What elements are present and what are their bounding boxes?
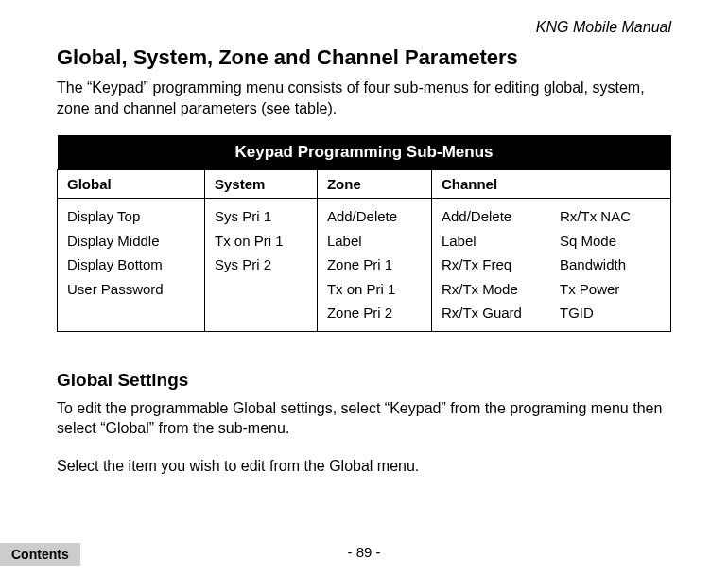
page-number: - 89 -	[0, 544, 728, 560]
manual-title: KNG Mobile Manual	[57, 19, 671, 36]
system-item: Tx on Pri 1	[215, 229, 307, 254]
system-item: Sys Pri 1	[215, 204, 307, 229]
zone-item: Zone Pri 1	[327, 253, 422, 277]
channel-item: Rx/Tx Freq	[442, 253, 543, 277]
channel-item: Label	[442, 229, 543, 254]
col-header-zone: Zone	[317, 170, 431, 199]
section2-paragraph2: Select the item you wish to edit from th…	[57, 456, 671, 477]
section2-paragraph1: To edit the programmable Global settings…	[57, 398, 671, 439]
global-item: Display Middle	[67, 229, 195, 254]
cell-zone: Add/Delete Label Zone Pri 1 Tx on Pri 1 …	[317, 199, 431, 332]
channel-item: TGID	[560, 301, 661, 325]
section-title-global-settings: Global Settings	[57, 370, 671, 391]
zone-item: Label	[327, 229, 422, 254]
channel-item: Sq Mode	[560, 229, 661, 254]
channel-item: Add/Delete	[442, 204, 543, 229]
system-item: Sys Pri 2	[215, 253, 307, 277]
col-header-system: System	[204, 170, 317, 199]
section1-paragraph: The “Keypad” programming menu consists o…	[57, 78, 671, 118]
section-title-parameters: Global, System, Zone and Channel Paramet…	[57, 45, 671, 70]
zone-item: Add/Delete	[327, 204, 422, 229]
cell-channel: Add/Delete Label Rx/Tx Freq Rx/Tx Mode R…	[431, 199, 670, 332]
channel-item: Bandwidth	[560, 253, 661, 277]
channel-item: Rx/Tx Mode	[442, 277, 543, 302]
zone-item: Zone Pri 2	[327, 301, 422, 325]
contents-tab[interactable]: Contents	[0, 543, 80, 566]
cell-system: Sys Pri 1 Tx on Pri 1 Sys Pri 2	[204, 199, 317, 332]
channel-item: Rx/Tx NAC	[560, 204, 661, 229]
global-item: Display Top	[67, 204, 195, 229]
global-item: Display Bottom	[67, 253, 195, 277]
col-header-channel: Channel	[431, 170, 670, 199]
global-item: User Password	[67, 277, 195, 302]
table-title: Keypad Programming Sub-Menus	[58, 135, 671, 170]
channel-item: Tx Power	[560, 277, 661, 302]
col-header-global: Global	[58, 170, 205, 199]
zone-item: Tx on Pri 1	[327, 277, 422, 302]
channel-item: Rx/Tx Guard	[442, 301, 543, 325]
keypad-submenus-table: Keypad Programming Sub-Menus Global Syst…	[57, 135, 671, 332]
cell-global: Display Top Display Middle Display Botto…	[58, 199, 205, 332]
